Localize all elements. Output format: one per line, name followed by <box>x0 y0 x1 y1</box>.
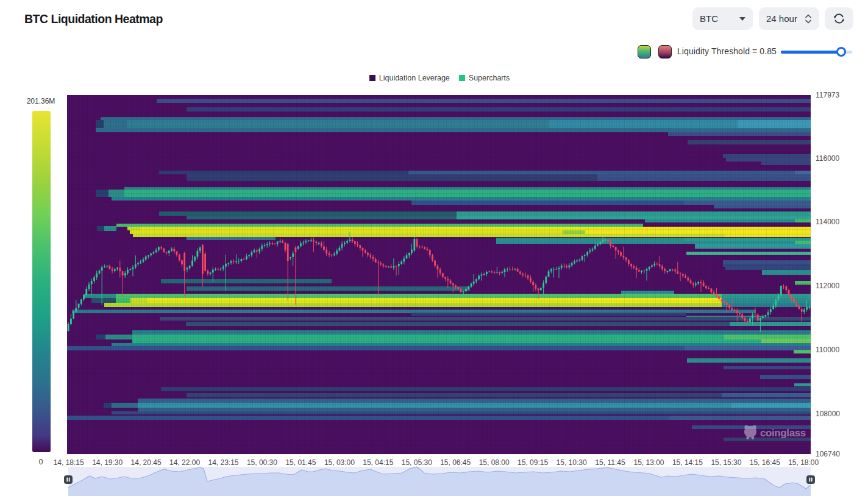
svg-text:116000: 116000 <box>816 154 839 163</box>
svg-text:coinglass: coinglass <box>760 427 806 439</box>
svg-text:112000: 112000 <box>816 282 839 290</box>
svg-text:14, 23:15: 14, 23:15 <box>208 458 238 467</box>
svg-text:108000: 108000 <box>816 410 840 418</box>
svg-text:14, 18:15: 14, 18:15 <box>54 458 84 467</box>
svg-text:201.36M: 201.36M <box>27 97 55 105</box>
svg-text:15, 00:30: 15, 00:30 <box>247 458 277 467</box>
svg-text:15, 13:00: 15, 13:00 <box>633 458 664 467</box>
svg-text:0: 0 <box>39 458 43 466</box>
svg-text:15, 15:30: 15, 15:30 <box>711 458 741 467</box>
svg-text:117973: 117973 <box>816 91 839 99</box>
svg-text:15, 14:15: 15, 14:15 <box>672 458 703 467</box>
svg-text:15, 18:00: 15, 18:00 <box>788 458 819 467</box>
svg-text:14, 20:45: 14, 20:45 <box>131 458 162 467</box>
svg-text:15, 03:00: 15, 03:00 <box>324 458 355 467</box>
svg-text:15, 10:30: 15, 10:30 <box>557 458 587 467</box>
svg-text:15, 16:45: 15, 16:45 <box>750 458 780 467</box>
svg-text:15, 05:30: 15, 05:30 <box>402 458 432 467</box>
svg-text:15, 04:15: 15, 04:15 <box>363 458 393 467</box>
svg-text:15, 11:45: 15, 11:45 <box>595 458 625 467</box>
svg-text:15, 09:15: 15, 09:15 <box>518 458 548 467</box>
svg-text:14, 19:30: 14, 19:30 <box>92 458 123 467</box>
svg-text:106740: 106740 <box>816 450 840 458</box>
svg-text:114000: 114000 <box>816 218 839 226</box>
svg-text:15, 06:45: 15, 06:45 <box>440 458 471 467</box>
svg-text:110000: 110000 <box>816 346 839 354</box>
svg-text:15, 08:00: 15, 08:00 <box>479 458 510 467</box>
svg-text:14, 22:00: 14, 22:00 <box>169 458 200 467</box>
svg-text:15, 01:45: 15, 01:45 <box>285 458 316 467</box>
